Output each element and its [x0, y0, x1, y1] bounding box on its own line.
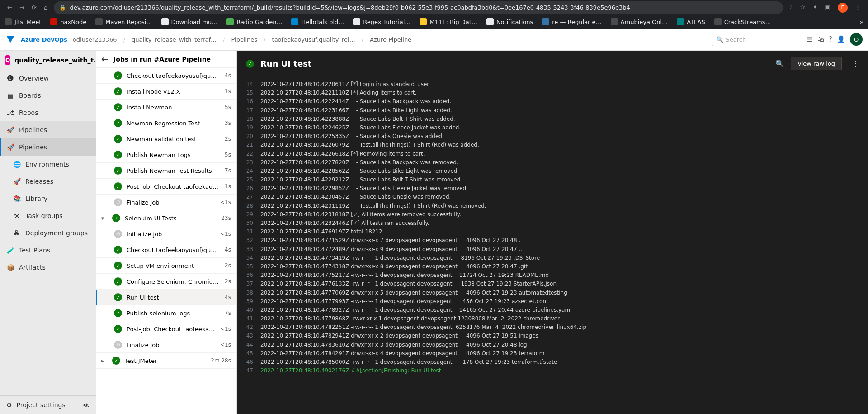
job-step-row[interactable]: ▾✓Selenuim UI Tests23s: [96, 210, 236, 226]
job-step-row[interactable]: ✓Checkout taofeekaoyusuf/qual…4s: [96, 242, 236, 258]
log-line-text: 2022-10-27T20:48:10.4223166Z - Sauce Lab…: [260, 106, 452, 115]
job-step-row[interactable]: ⦵Finalize Job<1s: [96, 337, 236, 353]
crumb-project[interactable]: quality_release_with_terraf…: [132, 36, 217, 43]
job-step-row[interactable]: ✓Install Newman5s: [96, 100, 236, 115]
sidebar-item[interactable]: 🌐Environments: [0, 156, 96, 173]
crumb-run[interactable]: Azure Pipeline: [370, 36, 411, 43]
bookmark-item[interactable]: Jitsi Meet: [5, 18, 41, 25]
bookmark-item[interactable]: CrackStreams…: [714, 18, 771, 25]
browser-menu-icon[interactable]: ⋮: [855, 4, 861, 10]
bookmark-favicon: [161, 18, 169, 25]
step-name: Install Node v12.X: [127, 88, 220, 95]
back-button[interactable]: ←: [7, 4, 12, 11]
project-header[interactable]: Q quality_release_with_t… +: [0, 51, 96, 70]
job-step-row[interactable]: ⦵Finalize Job<1s: [96, 195, 236, 210]
job-step-row[interactable]: ✓Setup VM environment2s: [96, 258, 236, 274]
log-more-icon[interactable]: ⋮: [852, 59, 859, 68]
chevron-icon[interactable]: ▾: [101, 215, 108, 221]
bookmark-favicon: [5, 18, 12, 25]
log-line-number: 14: [244, 80, 260, 89]
jobs-title: Jobs in run #Azure Pipeline: [113, 56, 211, 63]
job-step-row[interactable]: ✓Post-job: Checkout taofeeka…<1s: [96, 321, 236, 337]
azure-logo-icon[interactable]: [5, 34, 15, 44]
sidebar-item[interactable]: 🚀Pipelines: [0, 138, 96, 156]
bookmark-item[interactable]: ATLAS: [677, 18, 705, 25]
extensions-icon[interactable]: ✦: [812, 4, 817, 10]
address-bar[interactable]: 🔒 dev.azure.com/odluser213366/quality_re…: [54, 1, 783, 14]
job-step-row[interactable]: ✓Install Node v12.X1s: [96, 84, 236, 100]
sidebar-item[interactable]: 🅞Overview: [0, 70, 96, 87]
job-step-row[interactable]: ✓Newman Regression Test3s: [96, 115, 236, 131]
job-step-row[interactable]: ✓Publish selenium logs7s: [96, 305, 236, 321]
browser-chrome: ← → ⟳ ⌂ 🔒 dev.azure.com/odluser213366/qu…: [0, 0, 868, 15]
bookmark-item[interactable]: Regex Tutorial…: [353, 18, 410, 25]
log-line-text: 2022-10-27T20:48:10.4785000Z -rw-r--r-- …: [260, 358, 557, 366]
chevron-icon[interactable]: ▸: [101, 358, 108, 364]
bookmark-icon[interactable]: ☆: [800, 4, 806, 10]
log-line: 242022-10-27T20:48:10.4228562Z - Sauce L…: [237, 167, 868, 176]
list-icon[interactable]: ☰: [807, 35, 813, 43]
job-step-row[interactable]: ✓Publish Newman Test Results7s: [96, 163, 236, 179]
repos-icon: ⎇: [6, 109, 14, 117]
bookmark-item[interactable]: Radio Garden…: [226, 18, 282, 25]
bookmark-item[interactable]: Amubieya Onl…: [611, 18, 668, 25]
reload-button[interactable]: ⟳: [32, 4, 37, 11]
panels-icon[interactable]: ▣: [825, 4, 830, 10]
bookmark-item[interactable]: Download mu…: [161, 18, 218, 25]
home-button[interactable]: ⌂: [44, 4, 47, 11]
job-step-row[interactable]: ✓Run UI test4s: [96, 290, 236, 305]
product-name[interactable]: Azure DevOps: [21, 36, 67, 43]
view-raw-log-button[interactable]: View raw log: [791, 57, 842, 70]
sidebar-item[interactable]: ⎇Repos: [0, 104, 96, 121]
sidebar-item[interactable]: 🚀Pipelines: [0, 121, 96, 138]
status-icon: ✓: [114, 87, 122, 95]
sidebar-item[interactable]: 📚Library: [0, 190, 96, 207]
job-step-row[interactable]: ⦵Initialize job<1s: [96, 226, 236, 242]
help-icon[interactable]: ?: [829, 35, 832, 43]
bookmark-item[interactable]: re — Regular e…: [542, 18, 601, 25]
log-line-number: 29: [244, 210, 260, 219]
bookmarks-overflow-icon[interactable]: »: [860, 19, 863, 25]
log-line: 302022-10-27T20:48:10.4232446Z [✓] All t…: [237, 219, 868, 228]
url-text: dev.azure.com/odluser213366/quality_rele…: [70, 4, 630, 11]
overview-icon: 🅞: [6, 74, 14, 82]
job-step-row[interactable]: ✓Checkout taofeekaoyusuf/qual…4s: [96, 68, 236, 84]
sidebar-item[interactable]: 🧪Test Plans: [0, 242, 96, 259]
log-line-number: 26: [244, 184, 260, 193]
log-line: 162022-10-27T20:48:10.4222414Z - Sauce L…: [237, 97, 868, 106]
bookmark-item[interactable]: haxNode: [50, 18, 86, 25]
forward-button[interactable]: →: [19, 4, 24, 11]
user-settings-icon[interactable]: 👤: [837, 35, 845, 43]
browser-profile[interactable]: E: [838, 3, 848, 13]
bookmark-item[interactable]: Notifications: [486, 18, 533, 25]
sidebar-item[interactable]: ▦Boards: [0, 87, 96, 104]
job-step-row[interactable]: ✓Post-job: Checkout taofeekao…1s: [96, 179, 236, 195]
sidebar-item[interactable]: 🖧Deployment groups: [0, 224, 96, 242]
project-settings[interactable]: ⚙ Project settings ≪: [0, 395, 96, 414]
sidebar-item[interactable]: 🚀Releases: [0, 173, 96, 190]
bookmark-item[interactable]: M111: Big Dat…: [420, 18, 477, 25]
bookmark-item[interactable]: HelloTalk old…: [291, 18, 344, 25]
log-line-text: 2022-10-27T20:48:10.4902176Z ##[section]…: [260, 366, 441, 375]
log-line-text: 2022-10-27T20:48:10.4220611Z [*] Login i…: [260, 80, 429, 89]
job-step-row[interactable]: ✓Newman validation test2s: [96, 131, 236, 147]
bookmark-item[interactable]: Maven Reposi…: [95, 18, 152, 25]
collapse-sidebar-icon[interactable]: ≪: [83, 401, 90, 409]
job-step-row[interactable]: ▸✓Test JMeter2m 28s: [96, 353, 236, 369]
log-line: 362022-10-27T20:48:10.4775217Z -rw-r--r-…: [237, 271, 868, 280]
job-step-row[interactable]: ✓Publish Newman Logs5s: [96, 147, 236, 163]
sidebar-item[interactable]: ⚒Task groups: [0, 207, 96, 224]
search-input[interactable]: 🔍 Search: [712, 33, 802, 46]
crumb-pipeline-name[interactable]: taofeekaoyusuf.quality_rel…: [272, 36, 355, 43]
share-icon[interactable]: ⤴: [789, 4, 793, 10]
org-name[interactable]: odluser213366: [73, 36, 117, 43]
marketplace-icon[interactable]: 🛍: [817, 35, 824, 43]
back-arrow-icon[interactable]: ←: [101, 54, 108, 64]
sidebar-item[interactable]: 📦Artifacts: [0, 259, 96, 276]
job-step-row[interactable]: ✓Configure Selenium, Chromiu…2s: [96, 274, 236, 290]
step-duration: 1s: [225, 88, 231, 95]
log-search-icon[interactable]: 🔍: [775, 59, 784, 68]
user-avatar[interactable]: O: [850, 33, 863, 46]
log-title: Run UI test: [260, 59, 311, 68]
crumb-pipelines[interactable]: Pipelines: [231, 36, 257, 43]
